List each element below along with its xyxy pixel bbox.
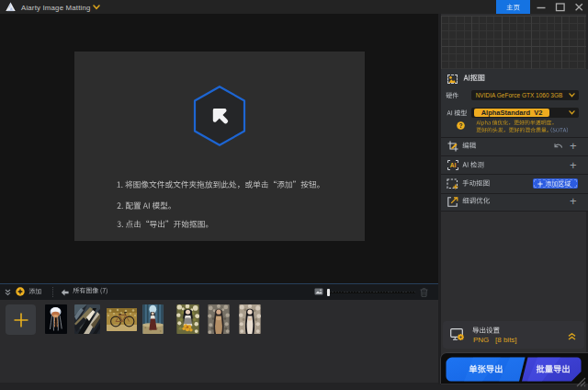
- svg-text:AI: AI: [450, 162, 457, 168]
- svg-text:?: ?: [459, 122, 463, 129]
